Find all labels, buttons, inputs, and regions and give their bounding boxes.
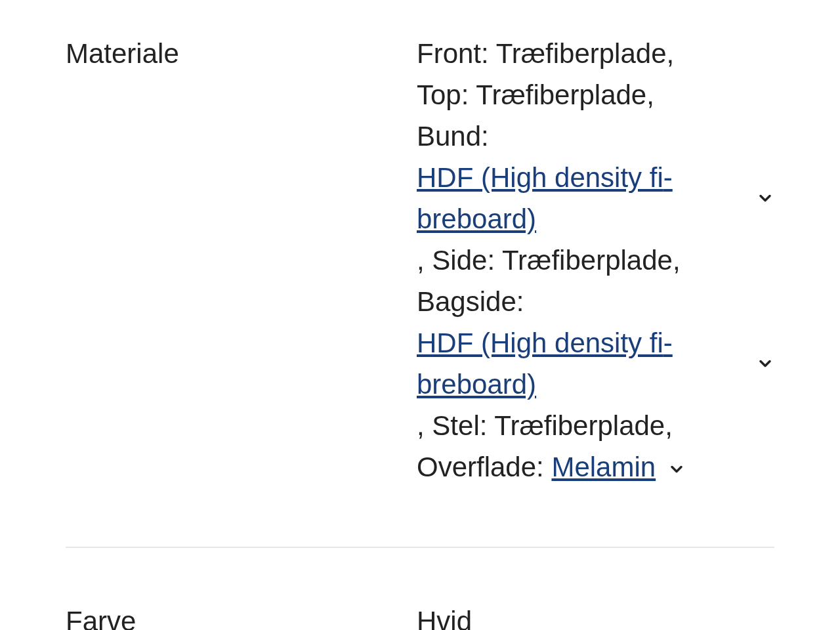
material-overflade-link[interactable]: Melamin (551, 452, 656, 482)
spec-value-material: Front: Træfiberplade, Top: Træfiberplade… (417, 33, 774, 488)
material-side-value: Træfiberplade, (502, 245, 681, 276)
material-top-label: Top: (417, 79, 469, 110)
material-front-value: Træfiberplade, (496, 38, 675, 69)
chevron-down-icon[interactable] (756, 189, 774, 207)
material-front-label: Front: (417, 38, 489, 69)
spec-label-color: Farve (66, 600, 417, 630)
material-bagside-link[interactable]: HDF (High density fi­breboard) (417, 322, 756, 405)
divider (66, 547, 774, 548)
material-stel-value: Træfiberplade, (494, 410, 673, 441)
material-top-value: Træfiberplade, (476, 79, 654, 110)
chevron-down-icon[interactable] (667, 460, 686, 478)
spec-value-color: Hvid (417, 600, 774, 630)
spec-row-material: Materiale Front: Træfiberplade, Top: Træ… (66, 33, 774, 527)
material-bund-link[interactable]: HDF (High density fi­breboard) (417, 157, 756, 240)
material-bagside-label: Bagside: (417, 286, 524, 317)
material-bund-label: Bund: (417, 121, 489, 152)
material-overflade-label: Overflade: (417, 452, 544, 482)
material-stel-prefix: , Stel: (417, 410, 487, 441)
spec-label-material: Materiale (66, 33, 417, 74)
material-side-prefix: , Side: (417, 245, 495, 276)
spec-row-color: Farve Hvid (66, 600, 774, 630)
chevron-down-icon[interactable] (756, 354, 774, 373)
